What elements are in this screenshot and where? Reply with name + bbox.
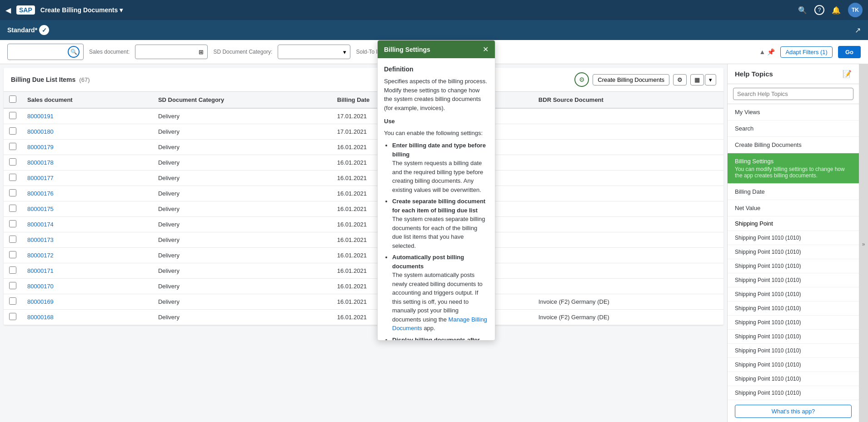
share-icon[interactable]: ↗ <box>855 26 861 35</box>
checkbox-header[interactable] <box>4 92 22 108</box>
help-search-input[interactable] <box>733 88 853 100</box>
row-doc-10: 80000171 <box>22 263 153 279</box>
setting-item-3: Automatically post billing documents The… <box>392 253 489 333</box>
doc-link-3[interactable]: 80000178 <box>27 159 54 166</box>
sd-category-input[interactable]: ▾ <box>278 45 350 59</box>
modal-close-button[interactable]: ✕ <box>483 45 489 54</box>
expand-icon: ⊞ <box>199 49 204 55</box>
checkbox-1[interactable] <box>9 127 16 135</box>
row-checkbox-5[interactable] <box>4 186 22 201</box>
help-icon[interactable]: ? <box>814 5 824 15</box>
help-nav-create-billing[interactable]: Create Billing Documents <box>728 137 859 153</box>
shipping-item-6[interactable]: Shipping Point 1010 (1010) <box>728 316 859 330</box>
row-checkbox-7[interactable] <box>4 217 22 232</box>
checkbox-6[interactable] <box>9 205 16 212</box>
checkbox-7[interactable] <box>9 220 16 227</box>
shipping-item-2[interactable]: Shipping Point 1010 (1010) <box>728 259 859 273</box>
app-title-dropdown-icon[interactable]: ▾ <box>120 6 123 14</box>
search-circle-button[interactable]: 🔍 <box>68 46 80 58</box>
shipping-item-7[interactable]: Shipping Point 1010 (1010) <box>728 330 859 344</box>
search-input[interactable] <box>11 49 66 55</box>
back-button[interactable]: ◀ <box>5 6 11 15</box>
doc-link-6[interactable]: 80000175 <box>27 206 54 212</box>
shipping-item-10[interactable]: Shipping Point 1010 (1010) <box>728 372 859 386</box>
checkbox-5[interactable] <box>9 189 16 196</box>
dropdown-view-button[interactable]: ▾ <box>705 74 716 85</box>
table-header-row: Sales document SD Document Category Bill… <box>4 92 723 108</box>
table-settings-button[interactable]: ⚙ <box>673 74 687 85</box>
checkbox-12[interactable] <box>9 297 16 305</box>
help-nav-my-views[interactable]: My Views <box>728 104 859 121</box>
doc-link-8[interactable]: 80000173 <box>27 236 54 243</box>
doc-link-2[interactable]: 80000179 <box>27 144 54 151</box>
table-header: Billing Due List Items (67) ⚙ Create Bil… <box>4 68 723 92</box>
variant-badge[interactable]: ✓ <box>39 25 49 35</box>
row-checkbox-4[interactable] <box>4 171 22 186</box>
row-doc-4: 80000177 <box>22 171 153 186</box>
user-avatar[interactable]: TK <box>848 3 863 17</box>
shipping-item-4[interactable]: Shipping Point 1010 (1010) <box>728 287 859 301</box>
doc-link-4[interactable]: 80000177 <box>27 175 54 181</box>
checkbox-0[interactable] <box>9 112 16 119</box>
row-checkbox-2[interactable] <box>4 140 22 155</box>
checkbox-11[interactable] <box>9 282 16 289</box>
select-all-checkbox[interactable] <box>9 95 16 103</box>
checkbox-8[interactable] <box>9 236 16 243</box>
shipping-item-5[interactable]: Shipping Point 1010 (1010) <box>728 301 859 316</box>
row-bdr-13: Invoice (F2) Germany (DE) <box>533 310 723 325</box>
adapt-filters-button[interactable]: Adapt Filters (1) <box>780 46 832 58</box>
row-checkbox-11[interactable] <box>4 279 22 294</box>
doc-link-12[interactable]: 80000169 <box>27 298 54 305</box>
row-checkbox-0[interactable] <box>4 108 22 124</box>
help-nav-billing-settings[interactable]: Billing Settings You can modify billing … <box>728 153 859 184</box>
row-checkbox-6[interactable] <box>4 201 22 217</box>
checkbox-3[interactable] <box>9 158 16 166</box>
sales-doc-input[interactable]: ⊞ <box>135 45 208 59</box>
help-nav-search[interactable]: Search <box>728 121 859 137</box>
help-nav-billing-date[interactable]: Billing Date <box>728 184 859 200</box>
notification-icon[interactable]: 🔔 <box>832 6 841 15</box>
row-checkbox-13[interactable] <box>4 310 22 325</box>
doc-link-9[interactable]: 80000172 <box>27 252 54 259</box>
row-checkbox-3[interactable] <box>4 155 22 171</box>
row-bdr-0 <box>533 108 723 124</box>
shipping-item-8[interactable]: Shipping Point 1010 (1010) <box>728 344 859 358</box>
whats-this-button[interactable]: What's this app? <box>735 405 852 418</box>
doc-link-5[interactable]: 80000176 <box>27 190 54 197</box>
shipping-item-1[interactable]: Shipping Point 1010 (1010) <box>728 245 859 259</box>
billing-settings-gear[interactable]: ⚙ <box>574 72 589 87</box>
go-button[interactable]: Go <box>838 46 861 58</box>
use-intro: You can enable the following settings: <box>384 129 489 138</box>
doc-link-1[interactable]: 80000180 <box>27 128 54 135</box>
collapse-controls[interactable]: ▲ 📌 <box>759 48 775 55</box>
collapse-up-icon: ▲ <box>759 48 766 55</box>
setting-label-1: Enter billing date and type before billi… <box>392 142 486 158</box>
checkbox-9[interactable] <box>9 251 16 258</box>
row-checkbox-8[interactable] <box>4 232 22 248</box>
create-billing-button[interactable]: Create Billing Documents <box>593 74 669 85</box>
doc-link-13[interactable]: 80000168 <box>27 314 54 321</box>
shipping-item-11[interactable]: Shipping Point 1010 (1010) <box>728 386 859 400</box>
help-note-icon[interactable]: 📝 <box>843 70 852 78</box>
doc-link-11[interactable]: 80000170 <box>27 283 54 290</box>
shipping-item-0[interactable]: Shipping Point 1010 (1010) <box>728 231 859 245</box>
row-checkbox-9[interactable] <box>4 248 22 263</box>
checkbox-2[interactable] <box>9 143 16 150</box>
shipping-item-3[interactable]: Shipping Point 1010 (1010) <box>728 273 859 287</box>
doc-link-10[interactable]: 80000171 <box>27 267 54 274</box>
grid-view-button[interactable]: ▦ <box>690 74 704 85</box>
row-checkbox-10[interactable] <box>4 263 22 279</box>
checkbox-13[interactable] <box>9 313 16 320</box>
shipping-item-9[interactable]: Shipping Point 1010 (1010) <box>728 358 859 372</box>
help-panel-collapse[interactable]: » <box>859 64 868 422</box>
checkbox-10[interactable] <box>9 266 16 274</box>
search-icon[interactable]: 🔍 <box>798 6 807 15</box>
doc-link-0[interactable]: 80000191 <box>27 113 54 120</box>
checkbox-4[interactable] <box>9 174 16 181</box>
shipping-point-label: Shipping Point <box>735 220 773 227</box>
row-checkbox-1[interactable] <box>4 124 22 140</box>
doc-link-7[interactable]: 80000174 <box>27 221 54 228</box>
row-checkbox-12[interactable] <box>4 294 22 310</box>
help-nav-net-value[interactable]: Net Value <box>728 200 859 216</box>
variant-text-label: Standard* <box>7 26 37 34</box>
